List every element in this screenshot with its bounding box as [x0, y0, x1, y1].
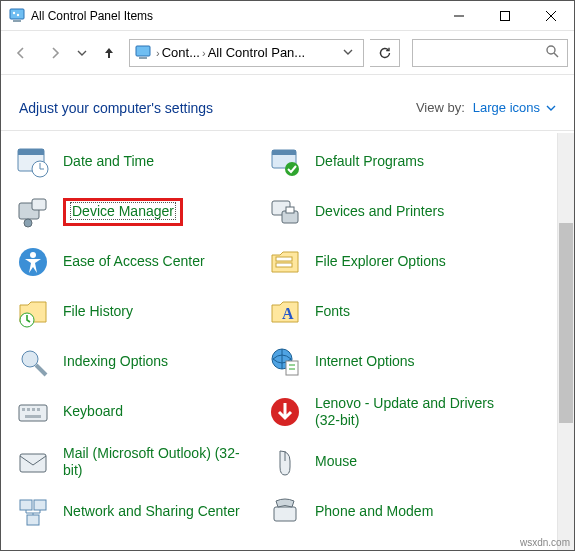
lenovo-update-icon	[267, 394, 303, 430]
minimize-button[interactable]	[436, 1, 482, 31]
svg-point-32	[22, 351, 38, 367]
indexing-icon	[15, 344, 51, 380]
item-internet-options[interactable]: Internet Options	[267, 337, 519, 387]
svg-line-11	[554, 53, 558, 57]
scrollbar-thumb[interactable]	[559, 223, 573, 423]
item-label: File Explorer Options	[315, 253, 446, 271]
item-phone-modem[interactable]: Phone and Modem	[267, 487, 519, 537]
item-label: Ease of Access Center	[63, 253, 205, 271]
control-panel-icon	[9, 8, 25, 24]
programs-features-icon	[267, 544, 303, 550]
search-icon	[545, 44, 559, 61]
svg-text:A: A	[282, 305, 294, 322]
highlighted-item: Device Manager	[63, 198, 183, 226]
view-by-value: Large icons	[473, 100, 540, 115]
item-label: Internet Options	[315, 353, 415, 371]
svg-line-33	[36, 365, 46, 375]
vertical-scrollbar[interactable]	[557, 133, 574, 550]
items-grid: Date and Time Default Programs Device Ma…	[1, 133, 557, 550]
svg-rect-41	[25, 415, 41, 418]
default-programs-icon	[267, 144, 303, 180]
svg-rect-39	[32, 408, 35, 411]
devices-printers-icon	[267, 194, 303, 230]
svg-rect-0	[10, 9, 24, 19]
item-label: Phone and Modem	[315, 503, 433, 521]
item-devices-and-printers[interactable]: Devices and Printers	[267, 187, 519, 237]
window-title: All Control Panel Items	[31, 9, 153, 23]
item-default-programs[interactable]: Default Programs	[267, 137, 519, 187]
svg-rect-43	[20, 454, 46, 472]
item-label: Mouse	[315, 453, 357, 471]
item-network-sharing[interactable]: Network and Sharing Center	[15, 487, 267, 537]
chevron-right-icon[interactable]: ›	[154, 47, 162, 59]
svg-rect-29	[276, 263, 292, 267]
fonts-icon: A	[267, 294, 303, 330]
page-heading: Adjust your computer's settings	[19, 100, 213, 116]
chevron-down-icon[interactable]	[337, 47, 359, 59]
svg-point-10	[547, 46, 555, 54]
item-label: Date and Time	[63, 153, 154, 171]
svg-rect-28	[276, 257, 292, 261]
svg-rect-9	[139, 57, 147, 59]
item-mail[interactable]: Mail (Microsoft Outlook) (32-bit)	[15, 437, 267, 487]
item-label: Fonts	[315, 303, 350, 321]
svg-rect-37	[22, 408, 25, 411]
item-label: Lenovo - Update and Drivers (32-bit)	[315, 395, 505, 430]
svg-rect-40	[37, 408, 40, 411]
svg-rect-47	[27, 515, 39, 525]
item-keyboard[interactable]: Keyboard	[15, 387, 267, 437]
chevron-right-icon[interactable]: ›	[200, 47, 208, 59]
item-date-and-time[interactable]: Date and Time	[15, 137, 267, 187]
svg-rect-38	[27, 408, 30, 411]
item-label: Keyboard	[63, 403, 123, 421]
navigation-toolbar: › Cont... › All Control Pan...	[1, 31, 574, 75]
svg-rect-48	[274, 507, 296, 521]
view-by-label: View by:	[416, 100, 465, 115]
item-label: Device Manager	[70, 202, 176, 220]
item-indexing-options[interactable]: Indexing Options	[15, 337, 267, 387]
svg-rect-21	[32, 199, 46, 210]
close-button[interactable]	[528, 1, 574, 31]
refresh-button[interactable]	[370, 39, 400, 67]
svg-rect-18	[272, 150, 296, 155]
svg-rect-45	[20, 500, 32, 510]
item-device-manager[interactable]: Device Manager	[15, 187, 267, 237]
address-bar[interactable]: › Cont... › All Control Pan...	[129, 39, 364, 67]
phone-modem-icon	[267, 494, 303, 530]
up-button[interactable]	[95, 39, 123, 67]
file-history-icon	[15, 294, 51, 330]
svg-point-2	[13, 11, 15, 13]
item-mouse[interactable]: Mouse	[267, 437, 519, 487]
item-programs-features[interactable]: Programs and Features	[267, 537, 519, 550]
svg-point-27	[30, 252, 36, 258]
folder-options-icon	[267, 244, 303, 280]
item-power-options[interactable]: Power Options	[15, 537, 267, 550]
ease-of-access-icon	[15, 244, 51, 280]
svg-point-19	[285, 162, 299, 176]
title-bar: All Control Panel Items	[1, 1, 574, 31]
item-label: Indexing Options	[63, 353, 168, 371]
svg-point-3	[17, 13, 19, 15]
back-button[interactable]	[7, 39, 35, 67]
history-dropdown-icon[interactable]	[75, 48, 89, 58]
svg-rect-8	[136, 46, 150, 56]
chevron-down-icon	[546, 103, 556, 113]
item-fonts[interactable]: A Fonts	[267, 287, 519, 337]
item-lenovo-update[interactable]: Lenovo - Update and Drivers (32-bit)	[267, 387, 519, 437]
maximize-button[interactable]	[482, 1, 528, 31]
mail-icon	[15, 444, 51, 480]
date-time-icon	[15, 144, 51, 180]
svg-rect-35	[286, 361, 298, 375]
item-file-history[interactable]: File History	[15, 287, 267, 337]
svg-rect-46	[34, 500, 46, 510]
item-ease-of-access[interactable]: Ease of Access Center	[15, 237, 267, 287]
search-input[interactable]	[412, 39, 568, 67]
item-label: Default Programs	[315, 153, 424, 171]
view-by-dropdown[interactable]: Large icons	[473, 100, 556, 115]
forward-button[interactable]	[41, 39, 69, 67]
breadcrumb-seg-2[interactable]: All Control Pan...	[208, 45, 306, 60]
keyboard-icon	[15, 394, 51, 430]
svg-rect-25	[286, 207, 294, 213]
breadcrumb-seg-1[interactable]: Cont...	[162, 45, 200, 60]
item-file-explorer-options[interactable]: File Explorer Options	[267, 237, 519, 287]
